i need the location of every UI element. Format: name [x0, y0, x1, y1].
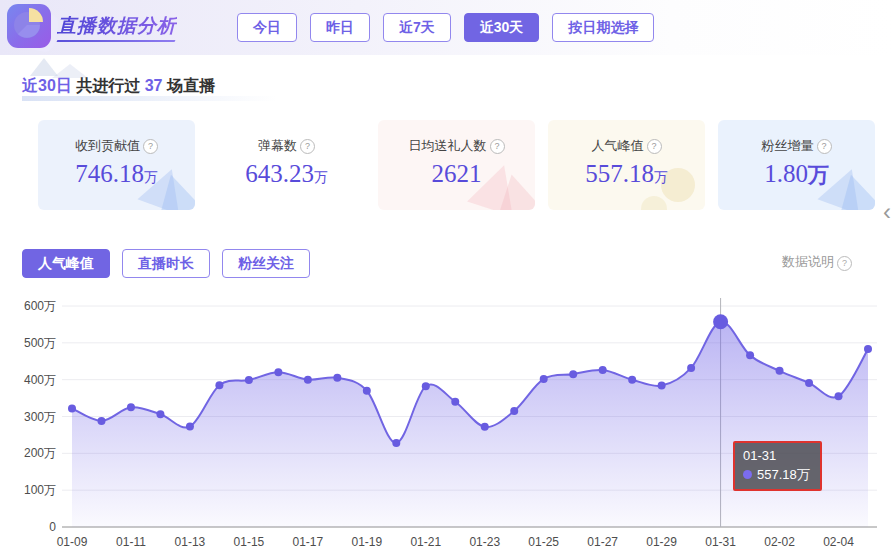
metric-tabs: 人气峰值 直播时长 粉丝关注 — [22, 249, 310, 278]
chart-dot — [776, 367, 784, 375]
help-icon[interactable]: ? — [490, 139, 505, 154]
x-axis-label: 01-23 — [469, 535, 500, 549]
chart-dot — [422, 382, 430, 390]
period-filter-group: 今日 昨日 近7天 近30天 按日期选择 — [237, 13, 654, 42]
period-datepicker-button[interactable]: 按日期选择 — [552, 13, 654, 42]
tooltip-value: 557.18万 — [757, 467, 810, 482]
tab-fan-follow[interactable]: 粉丝关注 — [222, 249, 310, 278]
stat-value: 643.23万 — [208, 160, 365, 188]
stat-card-fan-growth: 粉丝增量? 1.80万 — [718, 120, 875, 210]
tab-peak-popularity[interactable]: 人气峰值 — [22, 249, 110, 278]
chart-tooltip: 01-31 557.18万 — [733, 441, 822, 491]
help-icon[interactable]: ? — [647, 139, 662, 154]
stat-label: 弹幕数? — [208, 137, 365, 155]
chart-dot — [186, 422, 194, 430]
stat-value: 557.18万 — [548, 160, 705, 188]
header: 直播数据分析 今日 昨日 近7天 近30天 按日期选择 — [0, 0, 895, 55]
period-yesterday-button[interactable]: 昨日 — [310, 13, 370, 42]
x-axis-label: 01-11 — [116, 535, 146, 549]
stat-card-contribution: 收到贡献值? 746.18万 — [38, 120, 195, 210]
x-axis-label: 01-09 — [57, 535, 88, 549]
chart-dot — [363, 387, 371, 395]
page-title: 直播数据分析 — [57, 13, 177, 39]
chart-dot — [333, 374, 341, 382]
summary-range: 近30日 — [22, 77, 72, 94]
title-underline — [57, 40, 176, 42]
chart-dot — [540, 375, 548, 383]
stat-card-gift-givers: 日均送礼人数? 2621 — [378, 120, 535, 210]
x-axis-label: 01-21 — [410, 535, 441, 549]
x-axis-label: 01-19 — [351, 535, 382, 549]
summary-middle: 共进行过 — [76, 77, 140, 94]
chart-dot — [392, 439, 400, 447]
y-axis-label: 0 — [49, 520, 56, 534]
x-axis-label: 02-04 — [823, 535, 854, 549]
chart-dot — [97, 417, 105, 425]
chart-dot — [687, 364, 695, 372]
stat-value: 1.80万 — [718, 160, 875, 189]
stat-value: 2621 — [378, 160, 535, 188]
stat-label: 日均送礼人数? — [378, 137, 535, 155]
chart-dot — [599, 366, 607, 374]
chart-dot — [127, 403, 135, 411]
chart-dot-highlight — [713, 314, 728, 329]
summary-line: 近30日 共进行过 37 场直播 — [22, 76, 215, 97]
chart-dot — [864, 345, 872, 353]
app-logo — [7, 4, 53, 50]
x-axis-label: 01-25 — [528, 535, 559, 549]
y-axis-label: 600万 — [24, 299, 56, 313]
help-icon: ? — [837, 256, 852, 271]
x-axis-label: 01-15 — [234, 535, 265, 549]
y-axis-label: 200万 — [24, 446, 56, 460]
chart-dot — [481, 423, 489, 431]
chart-svg: 0100万200万300万400万500万600万01-0901-1101-13… — [0, 290, 895, 558]
live-data-dashboard: 直播数据分析 今日 昨日 近7天 近30天 按日期选择 近30日 共进行过 37… — [0, 0, 895, 558]
stat-value: 746.18万 — [38, 160, 195, 188]
popularity-trend-chart[interactable]: 0100万200万300万400万500万600万01-0901-1101-13… — [0, 290, 895, 558]
chart-dot — [658, 382, 666, 390]
x-axis-label: 02-02 — [764, 535, 795, 549]
chart-dot — [510, 407, 518, 415]
chart-dot — [805, 379, 813, 387]
chart-dot — [68, 404, 76, 412]
chart-dot — [245, 376, 253, 384]
help-icon[interactable]: ? — [817, 139, 832, 154]
stat-card-danmaku: 弹幕数? 643.23万 — [208, 120, 365, 210]
chart-dot — [451, 398, 459, 406]
pie-chart-icon — [7, 4, 51, 48]
help-icon[interactable]: ? — [143, 139, 158, 154]
chart-dot — [156, 410, 164, 418]
chart-dot — [835, 392, 843, 400]
stat-cards: 收到贡献值? 746.18万 弹幕数? 643.23万 日均送礼人数? 2621… — [38, 120, 875, 210]
chart-dot — [274, 368, 282, 376]
period-30days-button[interactable]: 近30天 — [464, 13, 540, 42]
x-axis-label: 01-13 — [175, 535, 206, 549]
y-axis-label: 300万 — [24, 410, 56, 424]
x-axis-label: 01-27 — [587, 535, 618, 549]
chevron-left-icon[interactable]: ‹ — [883, 200, 891, 224]
chart-dot — [628, 376, 636, 384]
stat-label: 收到贡献值? — [38, 137, 195, 155]
summary-suffix: 场直播 — [167, 77, 215, 94]
stat-label: 人气峰值? — [548, 137, 705, 155]
period-today-button[interactable]: 今日 — [237, 13, 297, 42]
y-axis-label: 400万 — [24, 373, 56, 387]
x-axis-label: 01-17 — [293, 535, 324, 549]
y-axis-label: 100万 — [24, 483, 56, 497]
y-axis-label: 500万 — [24, 336, 56, 350]
tab-live-duration[interactable]: 直播时长 — [122, 249, 210, 278]
x-axis-label: 01-31 — [705, 535, 736, 549]
stat-card-peak-popularity: 人气峰值? 557.18万 — [548, 120, 705, 210]
chart-dot — [569, 370, 577, 378]
stat-label: 粉丝增量? — [718, 137, 875, 155]
chart-dot — [746, 351, 754, 359]
period-7days-button[interactable]: 近7天 — [383, 13, 451, 42]
x-axis-label: 01-29 — [646, 535, 677, 549]
chart-dot — [304, 376, 312, 384]
series-dot-icon — [743, 470, 752, 479]
help-icon[interactable]: ? — [300, 139, 315, 154]
data-note-link[interactable]: 数据说明? — [782, 253, 852, 271]
chart-dot — [215, 381, 223, 389]
tooltip-date: 01-31 — [743, 446, 810, 465]
summary-count: 37 — [145, 77, 163, 94]
